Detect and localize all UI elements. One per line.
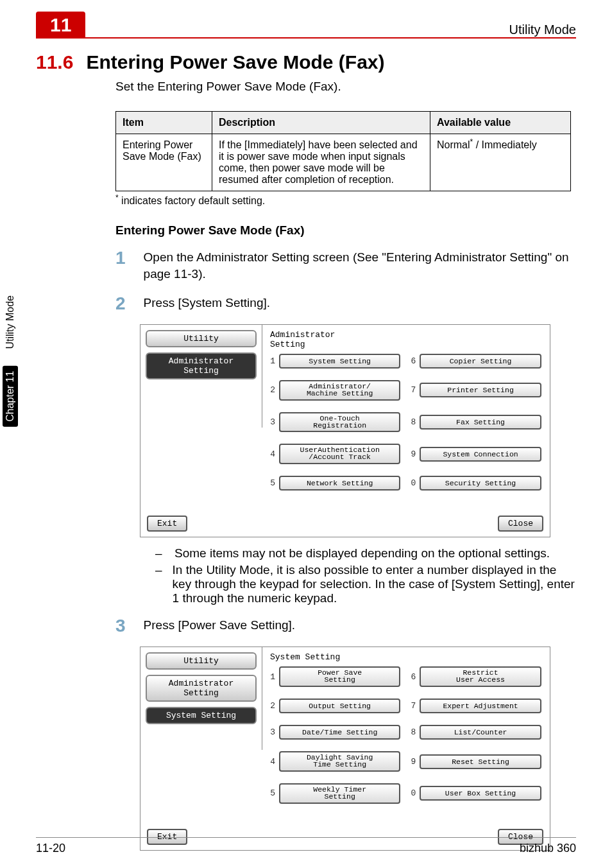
step-2-number: 2 <box>115 295 126 313</box>
menu-item: 0Security Setting <box>408 476 541 490</box>
menu-index: 0 <box>408 788 416 798</box>
menu-index: 7 <box>408 701 416 711</box>
utility-tab-2[interactable]: Utility <box>146 652 257 670</box>
menu-item: 1System Setting <box>268 354 400 369</box>
menu-button[interactable]: Power SaveSetting <box>279 666 400 687</box>
header-right-label: Utility Mode <box>509 22 576 37</box>
th-desc: Description <box>212 111 430 134</box>
menu-index: 8 <box>408 727 416 737</box>
utility-tab[interactable]: Utility <box>146 330 257 347</box>
menu-index: 3 <box>268 417 275 427</box>
footnote-text: indicates factory default setting. <box>119 195 266 206</box>
menu-index: 4 <box>268 449 275 459</box>
a2t: Administrator <box>169 679 234 688</box>
menu-button[interactable]: Daylight SavingTime Setting <box>279 751 400 772</box>
menu-item: 6RestrictUser Access <box>408 666 541 687</box>
admin-bottom: Setting <box>183 366 219 376</box>
menu-index: 7 <box>408 385 416 395</box>
panel1-title: Administrator Setting <box>268 329 545 352</box>
menu-item: 5Weekly TimerSetting <box>268 783 400 804</box>
menu-button[interactable]: RestrictUser Access <box>420 666 541 687</box>
side-tab: Chapter 11 Utility Mode <box>0 289 21 433</box>
admin-setting-tab-2[interactable]: Administrator Setting <box>146 675 257 702</box>
step-1-number: 1 <box>115 249 126 283</box>
th-item: Item <box>116 111 212 134</box>
a2b: Setting <box>183 688 219 698</box>
menu-index: 4 <box>268 757 275 767</box>
side-chapter-pill: Chapter 11 <box>3 366 18 427</box>
td-desc: If the [Immediately] have been selected … <box>212 134 430 191</box>
section-title: Entering Power Save Mode (Fax) <box>86 51 384 73</box>
menu-button[interactable]: Printer Setting <box>420 383 541 397</box>
menu-button[interactable]: Expert Adjustment <box>420 699 541 713</box>
admin-setting-tab[interactable]: Administrator Setting <box>146 352 257 379</box>
menu-index: 5 <box>268 788 275 798</box>
menu-item: 8List/Counter <box>408 725 541 740</box>
menu-button[interactable]: Copier Setting <box>420 354 541 369</box>
system-setting-tab[interactable]: System Setting <box>146 707 257 724</box>
menu-index: 2 <box>268 385 275 395</box>
table-footnote: * indicates factory default setting. <box>0 195 612 207</box>
page-footer: 11-20 bizhub 360 <box>36 837 576 855</box>
menu-index: 3 <box>268 727 275 737</box>
note-1: Some items may not be displayed dependin… <box>174 546 550 560</box>
menu-item: 5Network Setting <box>268 476 400 490</box>
menu-item: 9System Connection <box>408 444 541 464</box>
menu-index: 1 <box>268 356 275 366</box>
close-button[interactable]: Close <box>498 516 543 532</box>
menu-item: 1Power SaveSetting <box>268 666 400 687</box>
menu-item: 0User Box Setting <box>408 783 541 804</box>
asterisk-icon: * <box>470 137 473 146</box>
menu-item: 4Daylight SavingTime Setting <box>268 751 400 772</box>
menu-item: 7Expert Adjustment <box>408 699 541 713</box>
td-item: Entering Power Save Mode (Fax) <box>116 134 212 191</box>
menu-button[interactable]: Security Setting <box>420 476 541 490</box>
avail-post: / Immediately <box>473 139 537 150</box>
menu-button[interactable]: User Box Setting <box>420 786 541 801</box>
menu-item: 7Printer Setting <box>408 380 541 401</box>
menu-item: 3Date/Time Setting <box>268 725 400 740</box>
menu-button[interactable]: Output Setting <box>279 699 400 713</box>
menu-button[interactable]: Administrator/Machine Setting <box>279 380 400 401</box>
menu-button[interactable]: One-TouchRegistration <box>279 412 400 433</box>
note-2: In the Utility Mode, it is also possible… <box>173 563 576 605</box>
dash-icon: – <box>155 563 162 605</box>
dash-icon: – <box>155 546 164 560</box>
menu-button[interactable]: List/Counter <box>420 725 541 740</box>
menu-button[interactable]: Date/Time Setting <box>279 725 400 740</box>
menu-index: 9 <box>408 757 416 767</box>
step-1: 1 Open the Administrator Setting screen … <box>0 249 612 283</box>
side-utility-label: Utility Mode <box>4 295 16 349</box>
menu-item: 8Fax Setting <box>408 412 541 433</box>
notes-list: –Some items may not be displayed dependi… <box>0 546 612 605</box>
menu-item: 6Copier Setting <box>408 354 541 369</box>
settings-table: Item Description Available value Enterin… <box>115 111 571 191</box>
menu-index: 0 <box>408 478 416 488</box>
step-1-text: Open the Administrator Setting screen (S… <box>144 249 576 283</box>
menu-button[interactable]: UserAuthentication/Account Track <box>279 444 400 464</box>
menu-button[interactable]: Weekly TimerSetting <box>279 783 400 804</box>
menu-item: 3One-TouchRegistration <box>268 412 400 433</box>
menu-button[interactable]: Reset Setting <box>420 754 541 769</box>
model-name: bizhub 360 <box>520 842 576 855</box>
th-avail: Available value <box>430 111 571 134</box>
menu-button[interactable]: Network Setting <box>279 476 400 490</box>
menu-button[interactable]: System Setting <box>279 354 400 369</box>
menu-index: 6 <box>408 672 416 682</box>
chapter-tab: 11 <box>36 12 85 37</box>
menu-button[interactable]: Fax Setting <box>420 415 541 430</box>
p1t1: Administrator <box>270 330 335 340</box>
menu-index: 9 <box>408 449 416 459</box>
td-avail: Normal* / Immediately <box>430 134 571 191</box>
menu-button[interactable]: System Connection <box>420 447 541 462</box>
menu-item: 2Administrator/Machine Setting <box>268 380 400 401</box>
step-3-text: Press [Power Save Setting]. <box>144 617 576 635</box>
page-number: 11-20 <box>36 842 65 855</box>
exit-button[interactable]: Exit <box>147 516 187 532</box>
menu-index: 8 <box>408 417 416 427</box>
step-2: 2 Press [System Setting]. <box>0 295 612 313</box>
panel2-title: System Setting <box>268 651 545 664</box>
step-3-number: 3 <box>115 617 126 635</box>
menu-index: 1 <box>268 672 275 682</box>
menu-index: 5 <box>268 478 275 488</box>
